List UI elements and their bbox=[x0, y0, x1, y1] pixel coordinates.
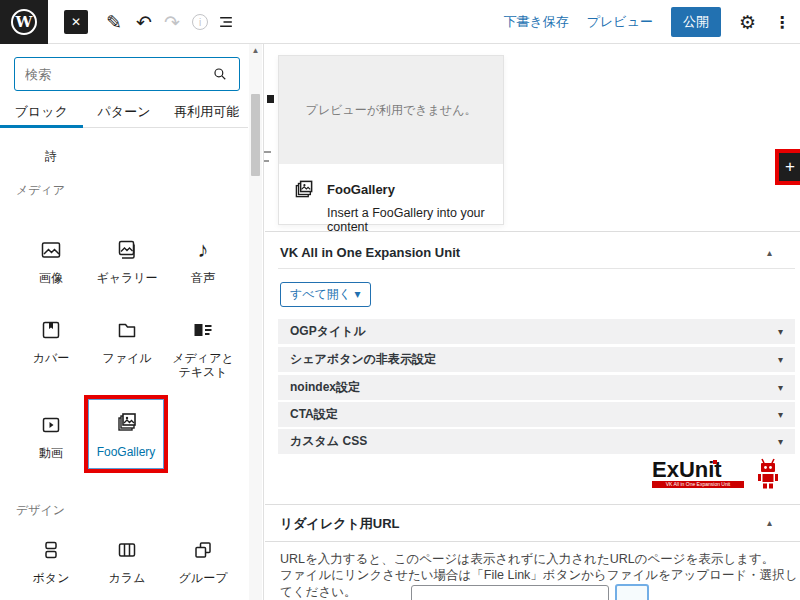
caret-down-icon: ▾ bbox=[778, 326, 783, 337]
gallery-icon bbox=[115, 238, 139, 262]
accordion-custom-css[interactable]: カスタム CSS ▾ bbox=[278, 429, 795, 454]
caret-down-icon: ▾ bbox=[778, 409, 783, 420]
toolbar-right-group: 下書き保存 プレビュー 公開 ⚙ ⋮ bbox=[503, 0, 790, 44]
vk-panel-title: VK All in One Expansion Unit bbox=[280, 245, 460, 260]
edit-mode-button[interactable]: ✎ bbox=[102, 10, 126, 34]
folder-icon bbox=[115, 318, 139, 342]
accordion-ogp-title[interactable]: OGPタイトル ▾ bbox=[278, 319, 795, 344]
add-block-button[interactable]: + bbox=[779, 153, 800, 181]
exunit-robot-icon bbox=[754, 457, 782, 489]
close-inserter-button[interactable]: ✕ bbox=[64, 10, 88, 34]
block-item-cover[interactable]: カバー bbox=[15, 317, 87, 387]
inserter-tabs: ブロック パターン 再利用可能 bbox=[0, 97, 248, 128]
image-icon bbox=[39, 238, 63, 262]
section-title-media: メディア bbox=[16, 182, 65, 199]
redirect-description-line1: URLを入力すると、このページは表示されずに入力されたURLのページを表示します… bbox=[280, 551, 774, 568]
metabox-area: VK All in One Expansion Unit ▴ すべて開く ▾ O… bbox=[265, 231, 800, 600]
group-icon bbox=[191, 538, 215, 562]
search-input[interactable] bbox=[25, 67, 211, 82]
tab-patterns[interactable]: パターン bbox=[83, 97, 166, 127]
obscured-text-fragment bbox=[263, 151, 271, 153]
accordion-share-button-hide[interactable]: シェアボタンの非表示設定 ▾ bbox=[278, 347, 795, 372]
media-text-icon bbox=[191, 318, 215, 342]
block-item-file[interactable]: ファイル bbox=[91, 317, 163, 387]
editor-toolbar: W ✕ ✎ ↶ ↷ i 下書き保存 プレビュー 公開 ⚙ ⋮ bbox=[0, 0, 800, 44]
exunit-logo: ExUnit VK All in One Expansion Unit bbox=[652, 459, 782, 493]
columns-icon bbox=[115, 538, 139, 562]
preview-unavailable-text: プレビューが利用できません。 bbox=[306, 102, 477, 119]
wordpress-logo[interactable]: W bbox=[0, 0, 48, 44]
popover-block-info: FooGallery Insert a FooGallery into your… bbox=[279, 164, 503, 234]
divider bbox=[265, 504, 800, 505]
block-item-buttons[interactable]: ボタン bbox=[15, 537, 87, 600]
redo-button[interactable]: ↷ bbox=[160, 10, 184, 34]
list-view-button[interactable] bbox=[214, 10, 238, 34]
redirect-panel-title: リダイレクト用URL bbox=[280, 515, 400, 533]
foogallery-highlight-box: FooGallery bbox=[84, 395, 168, 473]
plus-icon: + bbox=[785, 157, 795, 177]
info-icon: i bbox=[192, 14, 208, 30]
block-item-columns[interactable]: カラム bbox=[91, 537, 163, 600]
redirect-url-input[interactable] bbox=[411, 585, 609, 600]
divider bbox=[265, 541, 800, 542]
wordpress-w-icon: W bbox=[11, 9, 37, 35]
redo-icon: ↷ bbox=[164, 11, 180, 34]
exunit-logo-dot bbox=[713, 460, 717, 464]
block-item-group[interactable]: グループ bbox=[167, 537, 239, 600]
search-icon bbox=[211, 65, 229, 83]
tab-reusable[interactable]: 再利用可能 bbox=[165, 97, 248, 127]
preview-button[interactable]: プレビュー bbox=[587, 13, 653, 31]
block-item-gallery[interactable]: ギャラリー bbox=[91, 237, 163, 307]
close-icon: ✕ bbox=[71, 15, 81, 29]
popover-block-title: FooGallery bbox=[327, 182, 489, 197]
accordion-cta[interactable]: CTA設定 ▾ bbox=[278, 402, 795, 427]
vk-panel-collapse-icon[interactable]: ▴ bbox=[767, 247, 772, 258]
block-item-foogallery[interactable]: FooGallery bbox=[88, 399, 164, 469]
scrollbar-up-arrow-icon[interactable]: ▲ bbox=[249, 46, 262, 55]
undo-icon: ↶ bbox=[136, 11, 152, 34]
foogallery-icon bbox=[293, 178, 315, 200]
divider bbox=[278, 268, 795, 269]
preview-unavailable-area: プレビューが利用できません。 bbox=[279, 56, 503, 164]
block-item-verse-label[interactable]: 詩 bbox=[16, 149, 86, 163]
sidebar-scrollbar[interactable]: ▲ bbox=[249, 44, 262, 600]
scrollbar-thumb[interactable] bbox=[251, 94, 260, 176]
buttons-icon bbox=[39, 538, 63, 562]
block-preview-popover: プレビューが利用できません。 FooGallery Insert a FooGa… bbox=[278, 55, 504, 225]
settings-gear-icon[interactable]: ⚙ bbox=[739, 11, 756, 34]
save-draft-button[interactable]: 下書き保存 bbox=[503, 13, 568, 31]
block-inserter-sidebar: ブロック パターン 再利用可能 詩 メディア 画像 bbox=[0, 44, 264, 600]
block-item-audio[interactable]: ♪ 音声 bbox=[167, 237, 239, 307]
file-link-button[interactable] bbox=[615, 584, 649, 600]
accordion-noindex[interactable]: noindex設定 ▾ bbox=[278, 375, 795, 400]
publish-button[interactable]: 公開 bbox=[671, 7, 721, 37]
cover-icon bbox=[39, 318, 63, 342]
list-view-icon bbox=[216, 12, 236, 32]
undo-button[interactable]: ↶ bbox=[132, 10, 156, 34]
wordpress-block-editor: W ✕ ✎ ↶ ↷ i 下書き保存 プレビュー 公開 ⚙ ⋮ bbox=[0, 0, 800, 600]
block-item-image[interactable]: 画像 bbox=[15, 237, 87, 307]
details-button[interactable]: i bbox=[188, 10, 212, 34]
options-ellipsis-icon[interactable]: ⋮ bbox=[774, 13, 790, 32]
caret-down-icon: ▾ bbox=[778, 382, 783, 393]
open-all-button[interactable]: すべて開く ▾ bbox=[280, 282, 371, 307]
block-item-video[interactable]: 動画 bbox=[15, 412, 87, 482]
exunit-logo-text: ExUnit bbox=[652, 459, 722, 481]
tab-blocks[interactable]: ブロック bbox=[0, 97, 83, 127]
exunit-logo-subtext: VK All in One Expansion Unit bbox=[652, 481, 744, 488]
caret-down-icon: ▾ bbox=[778, 354, 783, 365]
caret-down-icon: ▾ bbox=[354, 287, 360, 301]
obscured-text-fragment bbox=[267, 95, 274, 103]
redirect-panel-collapse-icon[interactable]: ▴ bbox=[767, 517, 772, 528]
block-search-box bbox=[14, 57, 240, 91]
block-item-media-text[interactable]: メディアとテキスト bbox=[167, 317, 239, 387]
caret-down-icon: ▾ bbox=[778, 436, 783, 447]
pencil-icon: ✎ bbox=[106, 11, 122, 34]
foogallery-icon bbox=[113, 409, 139, 435]
popover-block-description: Insert a FooGallery into your content bbox=[327, 206, 489, 234]
audio-note-icon: ♪ bbox=[198, 238, 209, 262]
section-title-design: デザイン bbox=[16, 502, 65, 519]
video-icon bbox=[39, 413, 63, 437]
